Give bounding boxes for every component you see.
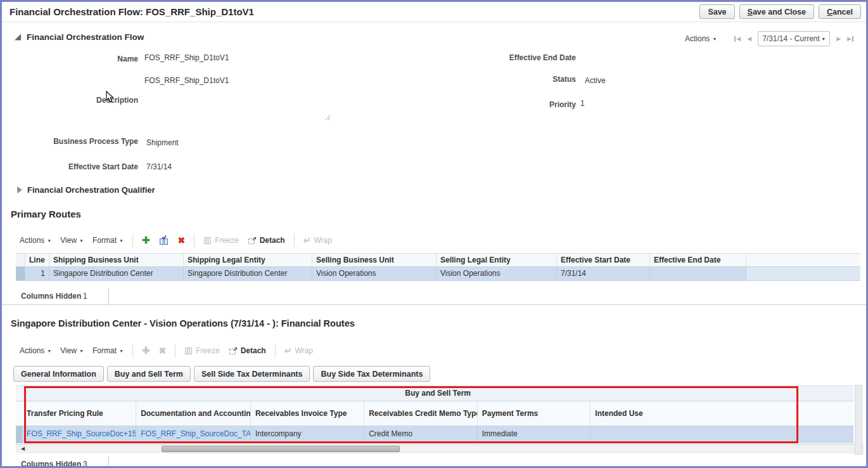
column-header-intended-use[interactable]: Intended Use	[590, 401, 853, 426]
add-row-icon-disabled[interactable]: ✚	[142, 345, 150, 356]
fr-columns-hidden-label: Columns Hidden	[21, 460, 81, 468]
horizontal-scrollbar[interactable]: ◀ ▶	[16, 444, 864, 453]
column-header-effective-start-date[interactable]: Effective Start Date	[557, 253, 650, 267]
pr-detach-button[interactable]: Detach	[248, 236, 285, 245]
cell-transfer-pricing-rule-link[interactable]: FOS_RRF_Ship_SourceDoc+15%	[22, 426, 136, 443]
flow-actions-menu[interactable]: Actions ▼	[685, 34, 717, 43]
pr-view-label: View	[60, 236, 77, 245]
cell-receivables-invoice-type[interactable]: Intercompany	[251, 426, 364, 443]
fr-freeze-button[interactable]: Freeze	[184, 346, 219, 355]
expand-collapsed-icon[interactable]	[17, 186, 22, 193]
freeze-icon	[203, 237, 212, 245]
cell-payment-terms[interactable]: Immediate	[478, 426, 591, 443]
fr-view-label: View	[60, 346, 77, 355]
fr-columns-hidden-bar: Columns Hidden 3	[2, 456, 866, 468]
duplicate-icon[interactable]	[159, 235, 169, 245]
financial-routes-heading: Singapore Distribution Center - Vision O…	[11, 318, 355, 328]
previous-record-button[interactable]: ◀	[747, 36, 751, 42]
row-selector-cell[interactable]	[16, 267, 25, 281]
save-and-close-button[interactable]: Save and Close	[739, 4, 814, 19]
cell-selling-legal-entity[interactable]: Vision Operations	[437, 267, 557, 281]
name-label: Name	[11, 55, 138, 63]
vertical-divider	[108, 456, 109, 468]
wrap-icon: ↵	[303, 235, 311, 245]
column-header-shipping-legal-entity[interactable]: Shipping Legal Entity	[184, 253, 312, 267]
pr-view-menu[interactable]: View▼	[60, 236, 84, 245]
column-header-transfer-pricing-rule[interactable]: Transfer Pricing Rule	[22, 401, 136, 426]
column-header-shipping-business-unit[interactable]: Shipping Business Unit	[49, 253, 184, 267]
pr-actions-menu[interactable]: Actions▼	[20, 236, 51, 245]
pr-wrap-button[interactable]: ↵ Wrap	[303, 235, 332, 245]
fr-format-label: Format	[93, 346, 117, 355]
chevron-down-icon: ▼	[79, 349, 84, 353]
cell-selling-business-unit[interactable]: Vision Operations	[312, 267, 437, 281]
pr-format-menu[interactable]: Format▼	[93, 236, 124, 245]
fr-wrap-label: Wrap	[295, 346, 312, 355]
table-row[interactable]: 1 Singapore Distribution Center Singapor…	[16, 267, 860, 281]
page-title: Financial Orchestration Flow: FOS_RRF_Sh…	[10, 6, 254, 17]
vertical-scroll-track[interactable]	[855, 385, 862, 455]
column-header-selling-business-unit[interactable]: Selling Business Unit	[312, 253, 437, 267]
flow-section-header: Financial Orchestration Flow	[15, 32, 144, 42]
pr-columns-hidden-value: 1	[83, 292, 87, 301]
cell-line[interactable]: 1	[25, 267, 49, 281]
column-header-effective-end-date[interactable]: Effective End Date	[650, 253, 746, 267]
flow-actions-label: Actions	[685, 34, 710, 43]
detach-icon	[229, 347, 238, 355]
group-header-buy-and-sell-term: Buy and Sell Term	[22, 386, 853, 401]
tab-buy-side-tax-determinants[interactable]: Buy Side Tax Determinants	[313, 366, 430, 382]
delete-row-icon[interactable]: ✖	[178, 235, 186, 245]
cell-receivables-credit-memo-type[interactable]: Credit Memo	[364, 426, 478, 443]
group-selector-cell	[16, 386, 22, 401]
chevron-down-icon: ▼	[712, 37, 717, 41]
add-row-icon[interactable]: ✚	[142, 235, 150, 246]
tab-sell-side-tax-determinants[interactable]: Sell Side Tax Determinants	[194, 366, 310, 382]
effective-date-selector[interactable]: 7/31/14 - Current ▼	[758, 31, 830, 46]
toolbar-separator	[275, 344, 276, 358]
flow-header-controls: Actions ▼ ◀ ◀ 7/31/14 - Current ▼ ▶ ▶	[685, 31, 853, 46]
fr-wrap-button[interactable]: ↵ Wrap	[284, 346, 313, 356]
column-header-selling-legal-entity[interactable]: Selling Legal Entity	[437, 253, 557, 267]
cell-shipping-business-unit[interactable]: Singapore Distribution Center	[49, 267, 184, 281]
pr-freeze-button[interactable]: Freeze	[203, 236, 238, 245]
fr-group-header-row: Buy and Sell Term	[16, 386, 853, 401]
last-record-button[interactable]: ▶	[847, 36, 853, 42]
row-selector-cell[interactable]	[16, 426, 22, 443]
fr-format-menu[interactable]: Format▼	[93, 346, 124, 355]
cell-documentation-accounting-rule-link[interactable]: FOS_RRF_Ship_SourceDoc_TARule	[136, 426, 251, 443]
column-header-filler	[746, 253, 860, 267]
column-header-documentation-accounting-rule[interactable]: Documentation and Accounting Rule	[136, 401, 251, 426]
pr-freeze-label: Freeze	[215, 236, 238, 245]
fr-detach-button[interactable]: Detach	[229, 346, 266, 355]
delete-row-icon-disabled[interactable]: ✖	[159, 346, 167, 356]
primary-routes-table: Line Shipping Business Unit Shipping Leg…	[16, 253, 860, 281]
tab-buy-and-sell-term[interactable]: Buy and Sell Term	[107, 366, 191, 382]
scrollbar-thumb[interactable]	[162, 446, 400, 452]
column-header-line[interactable]: Line	[25, 253, 49, 267]
cancel-button[interactable]: Cancel	[819, 4, 861, 19]
cell-effective-end-date[interactable]	[650, 267, 746, 281]
toolbar-separator	[132, 234, 133, 247]
collapse-expanded-icon[interactable]	[15, 34, 21, 41]
save-button[interactable]: Save	[699, 4, 734, 19]
description-label: Description	[11, 96, 138, 105]
first-record-button[interactable]: ◀	[734, 36, 741, 42]
fr-actions-menu[interactable]: Actions▼	[20, 346, 51, 355]
business-process-type-value: Shipment	[146, 138, 179, 147]
financial-routes-table: Buy and Sell Term Transfer Pricing Rule …	[16, 386, 853, 444]
cell-shipping-legal-entity[interactable]: Singapore Distribution Center	[184, 267, 312, 281]
textarea-resize-handle[interactable]	[324, 114, 331, 121]
table-row[interactable]: FOS_RRF_Ship_SourceDoc+15% FOS_RRF_Ship_…	[16, 426, 853, 443]
description-field[interactable]	[144, 96, 322, 116]
cell-effective-start-date[interactable]: 7/31/14	[557, 267, 650, 281]
cell-intended-use[interactable]	[590, 426, 853, 443]
scroll-left-icon[interactable]: ◀	[21, 446, 25, 452]
next-record-button[interactable]: ▶	[836, 36, 841, 42]
effective-date-value: 7/31/14 - Current	[762, 34, 820, 43]
tab-general-information[interactable]: General Information	[13, 366, 104, 382]
column-header-payment-terms[interactable]: Payment Terms	[478, 401, 591, 426]
column-header-receivables-invoice-type[interactable]: Receivables Invoice Type	[251, 401, 364, 426]
detach-icon	[248, 237, 257, 245]
fr-view-menu[interactable]: View▼	[60, 346, 84, 355]
column-header-receivables-credit-memo-type[interactable]: Receivables Credit Memo Type	[364, 401, 478, 426]
